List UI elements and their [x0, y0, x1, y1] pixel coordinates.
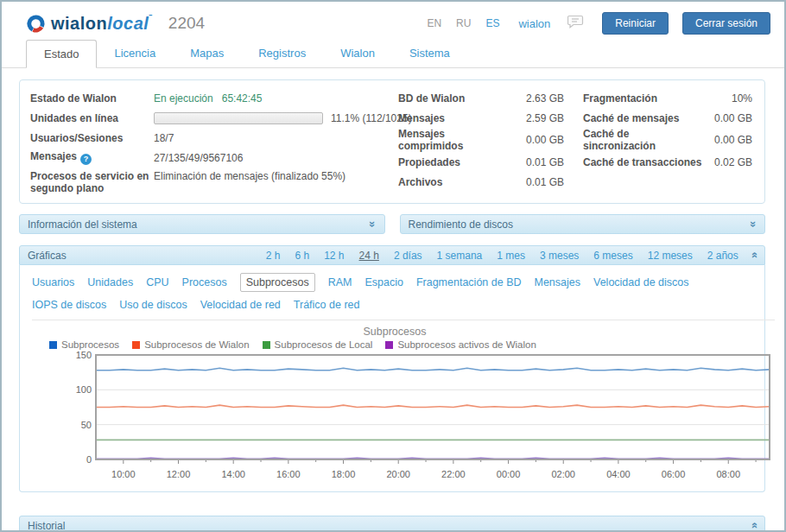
- time-range-24-h[interactable]: 24 h: [359, 250, 379, 262]
- x-axis-tick-label: 00:00: [497, 469, 521, 479]
- cache-stat-row: Fragmentación10%: [583, 88, 752, 108]
- x-axis-tick-label: 06:00: [662, 469, 686, 479]
- tab-licencia[interactable]: Licencia: [97, 40, 173, 68]
- time-range-6-h[interactable]: 6 h: [295, 250, 309, 262]
- chart-tab-ram[interactable]: RAM: [328, 276, 352, 289]
- legend-swatch: [132, 341, 140, 349]
- lang-ru[interactable]: RU: [456, 17, 471, 29]
- tab-mapas[interactable]: Mapas: [173, 40, 241, 68]
- chart-tab-procesos[interactable]: Procesos: [182, 276, 227, 289]
- legend-item: Subprocesos de Local: [263, 339, 373, 350]
- tab-estado[interactable]: Estado: [26, 40, 97, 68]
- time-range-12-meses[interactable]: 12 meses: [648, 250, 693, 262]
- chevron-down-icon[interactable]: »: [367, 221, 378, 227]
- time-range-1-semana[interactable]: 1 semana: [437, 250, 483, 262]
- chart-x-axis-labels: 10:0012:0014:0016:0018:0020:0022:0000:00…: [95, 468, 770, 482]
- language-switcher: ENRUES: [427, 17, 499, 29]
- messages-help-icon[interactable]: ?: [80, 154, 92, 165]
- chart-tab-velocidad-de-red[interactable]: Velocidad de red: [200, 298, 281, 312]
- messages-value: 27/135/49/9567106: [154, 152, 243, 164]
- chart-tab-tráfico-de-red[interactable]: Tráfico de red: [294, 298, 360, 312]
- lang-en[interactable]: EN: [427, 17, 441, 29]
- wialon-local-admin-page: wialonlocalˉ 2204 ENRUES wialon Reinicia…: [0, 0, 786, 532]
- chart-tab-iops-de-discos[interactable]: IOPS de discos: [32, 298, 106, 312]
- db-stat-row: BD de Wialon2.63 GB: [398, 88, 564, 108]
- chart-tab-mensajes[interactable]: Mensajes: [535, 276, 581, 289]
- time-range-1-mes[interactable]: 1 mes: [497, 250, 525, 262]
- feedback-chat-icon[interactable]: [567, 15, 585, 32]
- legend-label: Subprocesos de Wialon: [144, 339, 249, 350]
- charts-panel: Gráficas 2 h6 h12 h24 h2 días1 semana1 m…: [19, 245, 765, 492]
- chart-tab-cpu[interactable]: CPU: [146, 276, 168, 289]
- chart-tab-uso-de-discos[interactable]: Uso de discos: [119, 298, 187, 312]
- status-column-left: Estado de Wialon En ejecución 65:42:45 U…: [30, 88, 398, 194]
- label-usuarios-sesiones: Usuarios/Sesiones: [30, 132, 154, 144]
- time-range-2-años[interactable]: 2 años: [707, 250, 738, 262]
- legend-swatch: [385, 341, 393, 349]
- system-info-panel-header[interactable]: Información del sistema »: [19, 214, 385, 234]
- label-mensajes: Mensajes?: [30, 150, 154, 165]
- chart-tab-espacio[interactable]: Espacio: [364, 276, 403, 289]
- charts-panel-header[interactable]: Gráficas 2 h6 h12 h24 h2 días1 semana1 m…: [19, 245, 765, 265]
- legend-item: Subprocesos activos de Wialon: [385, 339, 536, 350]
- users-sessions-value: 18/7: [154, 132, 174, 144]
- chevron-up-icon[interactable]: »: [748, 252, 759, 258]
- tab-registros[interactable]: Registros: [241, 40, 323, 68]
- chevron-down-icon[interactable]: »: [748, 221, 759, 227]
- chart-tab-unidades[interactable]: Unidades: [87, 276, 133, 289]
- logout-button[interactable]: Cerrar sesión: [682, 12, 770, 35]
- cache-stat-row: Caché de transacciones0.02 GB: [583, 152, 752, 172]
- time-range-6-meses[interactable]: 6 meses: [593, 250, 632, 262]
- cache-stat-row: Caché de mensajes0.00 GB: [583, 108, 752, 128]
- disk-performance-panel-header[interactable]: Rendimiento de discos »: [400, 214, 766, 234]
- header-right: ENRUES wialon Reiniciar Cerrar sesión: [427, 12, 770, 35]
- cache-stat-label: Caché de transacciones: [583, 156, 704, 168]
- db-stat-label: Archivos: [398, 176, 512, 188]
- wialon-uptime-value: 65:42:45: [222, 92, 263, 104]
- chart-tab-fragmentación-de-bd[interactable]: Fragmentación de BD: [416, 276, 522, 289]
- history-panel-header[interactable]: Historial »: [19, 516, 765, 532]
- lang-es[interactable]: ES: [485, 17, 499, 29]
- tab-wialon[interactable]: Wialon: [323, 40, 392, 68]
- y-axis-tick-label: 150: [62, 350, 92, 360]
- status-row-messages: Mensajes? 27/135/49/9567106: [30, 148, 398, 168]
- db-stat-value: 0.01 GB: [512, 176, 564, 188]
- restart-button[interactable]: Reiniciar: [602, 12, 669, 35]
- legend-item: Subprocesos de Wialon: [132, 339, 249, 350]
- status-row-users-sessions: Usuarios/Sesiones 18/7: [30, 128, 398, 148]
- tab-sistema[interactable]: Sistema: [392, 40, 467, 68]
- db-stat-row: Propiedades0.01 GB: [398, 152, 564, 172]
- version-number: 2204: [168, 14, 205, 33]
- background-process-value: Eliminación de mensajes (finalizado 55%): [154, 170, 345, 182]
- chevron-up-icon[interactable]: »: [748, 522, 759, 529]
- db-stat-label: Mensajes comprimidos: [398, 128, 512, 152]
- time-range-2-h[interactable]: 2 h: [266, 250, 281, 262]
- status-row-wialon-state: Estado de Wialon En ejecución 65:42:45: [30, 88, 398, 108]
- collapsed-panels-row: Información del sistema » Rendimiento de…: [19, 214, 765, 234]
- time-range-12-h[interactable]: 12 h: [324, 250, 344, 262]
- chart-tab-velocidad-de-discos[interactable]: Velocidad de discos: [593, 276, 689, 289]
- x-axis-tick-label: 02:00: [551, 469, 575, 479]
- x-axis-tick-label: 10:00: [111, 469, 136, 479]
- wialon-logo-icon: [26, 14, 46, 34]
- system-info-panel-title: Información del sistema: [28, 218, 137, 231]
- legend-swatch: [49, 341, 57, 349]
- label-procesos-servicio: Procesos de servicio en segundo plano: [30, 170, 154, 194]
- charts-panel-body: UsuariosUnidadesCPUProcesosSubprocesosRA…: [19, 265, 765, 492]
- main-nav-tabs: EstadoLicenciaMapasRegistrosWialonSistem…: [2, 40, 784, 68]
- current-user-link[interactable]: wialon: [518, 17, 550, 30]
- x-axis-tick-label: 18:00: [332, 469, 356, 479]
- cache-stat-value: 0.00 GB: [704, 112, 752, 124]
- time-range-3-meses[interactable]: 3 meses: [540, 250, 579, 262]
- chart-tab-subprocesos[interactable]: Subprocesos: [240, 273, 315, 292]
- legend-item: Subprocesos: [49, 339, 119, 350]
- chart-tab-usuarios[interactable]: Usuarios: [32, 276, 74, 289]
- status-panel: Estado de Wialon En ejecución 65:42:45 U…: [19, 79, 765, 204]
- cache-stat-value: 10%: [704, 92, 752, 104]
- history-panel-title: Historial: [28, 520, 65, 532]
- y-axis-tick-label: 0: [62, 454, 92, 465]
- legend-label: Subprocesos: [61, 339, 119, 350]
- history-panel: Historial »: [19, 516, 765, 532]
- time-range-2-días[interactable]: 2 días: [394, 250, 422, 262]
- logo-wordmark: wialonlocalˉ: [51, 13, 153, 34]
